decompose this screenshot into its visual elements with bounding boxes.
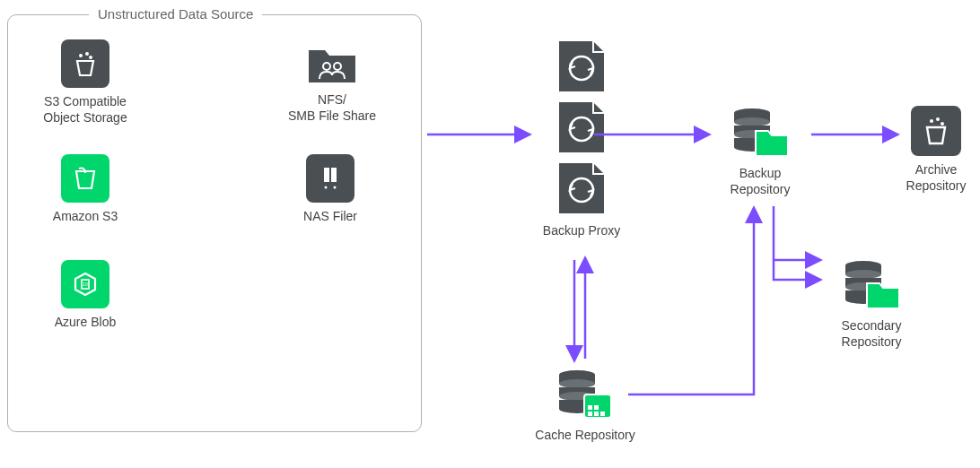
cache-repo-icon [554, 366, 617, 421]
svg-text:10: 10 [83, 282, 88, 287]
svg-rect-44 [594, 412, 599, 416]
svg-point-28 [845, 270, 881, 279]
node-azure-blob: 10 Azure Blob [49, 260, 121, 330]
folder-people-icon [305, 39, 359, 86]
archive-bucket-icon [911, 106, 961, 156]
svg-point-12 [334, 186, 337, 189]
svg-point-23 [930, 119, 933, 123]
group-title: Unstructured Data Source [89, 6, 262, 22]
svg-rect-43 [588, 412, 592, 416]
node-nas-filer: NAS Filer [294, 154, 366, 224]
node-archive-repository: Archive Repository [896, 106, 976, 194]
node-amazon-s3: Amazon S3 [49, 154, 121, 224]
svg-rect-45 [600, 412, 605, 416]
node-backup-repository: Backup Repository [711, 104, 809, 197]
azure-blob-icon: 10 [61, 260, 109, 308]
node-s3-compatible: S3 Compatible Object Storage [27, 39, 144, 126]
svg-rect-8 [320, 164, 340, 193]
backupproxy-label: Backup Proxy [543, 222, 620, 238]
s3compat-label: S3 Compatible Object Storage [43, 93, 127, 126]
svg-point-1 [85, 52, 89, 56]
svg-rect-9 [324, 168, 329, 182]
s3-bucket-icon [61, 154, 109, 203]
azureblob-label: Azure Blob [55, 314, 116, 330]
svg-point-18 [734, 117, 770, 126]
arrow-backuprepo-to-secondary [774, 206, 818, 280]
svg-rect-42 [594, 405, 599, 410]
secondaryrepo-label: Secondary Repository [842, 317, 902, 350]
node-nfs-smb: NFS/ SMB File Share [278, 39, 386, 124]
cacherepo-label: Cache Repository [535, 427, 634, 443]
proxy-stack-icon [554, 38, 609, 217]
svg-point-24 [936, 117, 940, 121]
svg-point-25 [941, 122, 944, 126]
nas-icon [306, 154, 354, 203]
svg-point-11 [325, 186, 328, 189]
node-secondary-repository: Secondary Repository [822, 256, 921, 350]
repo-disks-folder-icon [729, 104, 792, 160]
archiverepo-label: Archive Repository [906, 161, 967, 194]
svg-rect-41 [588, 405, 592, 410]
nfs-label: NFS/ SMB File Share [288, 91, 376, 124]
svg-point-0 [79, 54, 83, 57]
node-backup-proxy: Backup Proxy [532, 38, 631, 238]
bucket-icon [61, 39, 109, 88]
svg-point-35 [559, 379, 595, 388]
node-cache-repository: Cache Repository [522, 366, 648, 443]
svg-rect-10 [331, 168, 337, 182]
secondary-repo-icon [840, 256, 903, 312]
svg-point-2 [89, 56, 92, 59]
amazons3-label: Amazon S3 [53, 208, 118, 224]
nasfiler-label: NAS Filer [303, 208, 357, 224]
backuprepo-label: Backup Repository [731, 165, 791, 197]
